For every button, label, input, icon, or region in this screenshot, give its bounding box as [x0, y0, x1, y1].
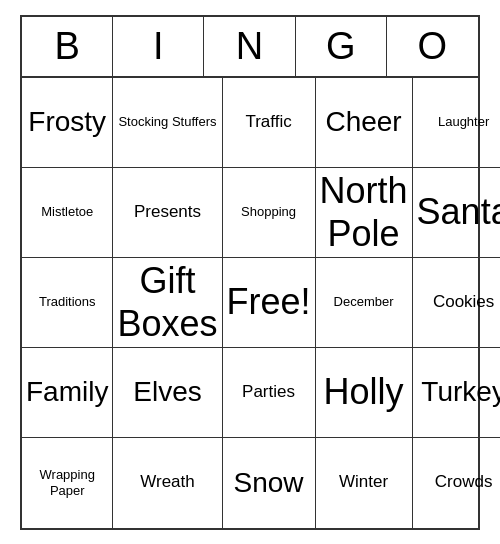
header-letter: I	[113, 17, 204, 76]
bingo-cell: Elves	[113, 348, 222, 438]
bingo-cell: Holly	[316, 348, 413, 438]
bingo-cell: Wrapping Paper	[22, 438, 113, 528]
bingo-cell: Santa	[413, 168, 500, 258]
bingo-cell: Crowds	[413, 438, 500, 528]
bingo-cell: Winter	[316, 438, 413, 528]
bingo-grid: FrostyStocking StuffersTrafficCheerLaugh…	[22, 78, 478, 528]
header-letter: G	[296, 17, 387, 76]
bingo-card: BINGO FrostyStocking StuffersTrafficChee…	[20, 15, 480, 530]
header-letter: N	[204, 17, 295, 76]
header-letter: B	[22, 17, 113, 76]
bingo-cell: North Pole	[316, 168, 413, 258]
bingo-cell: Wreath	[113, 438, 222, 528]
bingo-cell: Free!	[223, 258, 316, 348]
bingo-cell: Family	[22, 348, 113, 438]
bingo-cell: Snow	[223, 438, 316, 528]
bingo-cell: Traditions	[22, 258, 113, 348]
bingo-cell: Cookies	[413, 258, 500, 348]
bingo-cell: Turkey	[413, 348, 500, 438]
bingo-header: BINGO	[22, 17, 478, 78]
bingo-cell: Parties	[223, 348, 316, 438]
bingo-cell: Traffic	[223, 78, 316, 168]
bingo-cell: Cheer	[316, 78, 413, 168]
bingo-cell: Frosty	[22, 78, 113, 168]
bingo-cell: Laughter	[413, 78, 500, 168]
bingo-cell: Mistletoe	[22, 168, 113, 258]
bingo-cell: December	[316, 258, 413, 348]
bingo-cell: Stocking Stuffers	[113, 78, 222, 168]
bingo-cell: Presents	[113, 168, 222, 258]
bingo-cell: Shopping	[223, 168, 316, 258]
header-letter: O	[387, 17, 478, 76]
bingo-cell: Gift Boxes	[113, 258, 222, 348]
